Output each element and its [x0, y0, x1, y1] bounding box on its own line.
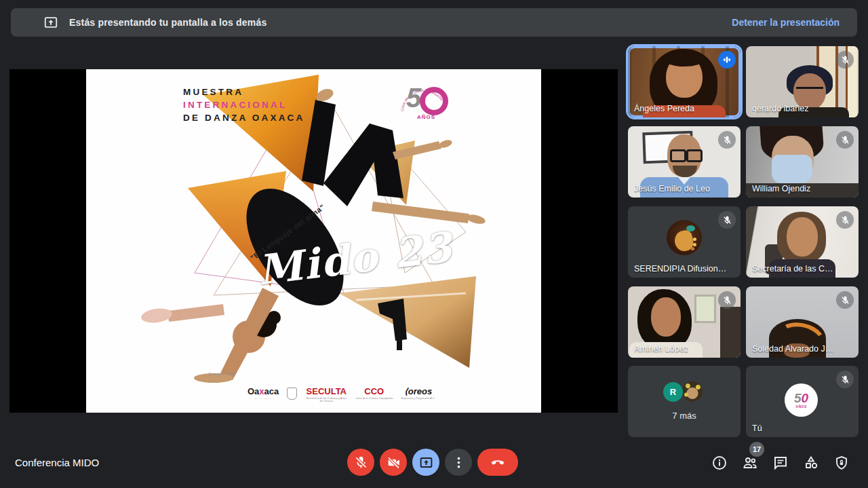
crest-icon — [287, 388, 297, 400]
mic-off-icon — [836, 371, 854, 388]
participant-name: Secretaría de las C… — [752, 264, 833, 274]
mic-toggle-button[interactable] — [347, 449, 374, 476]
avatar: R — [663, 382, 683, 402]
overflow-tile-7-mas[interactable]: R 7 más — [628, 366, 741, 437]
participant-name: Jesús Emilio de Leo — [634, 184, 710, 193]
slide-footer-logos: Oaxaca — · — · — · — SECULTA Secretaría … — [248, 387, 435, 402]
participant-name: Ángeles Pereda — [634, 104, 694, 113]
video-tile-angeles-pereda[interactable]: Ángeles Pereda — [628, 46, 741, 117]
camera-toggle-button[interactable] — [380, 449, 407, 476]
video-tile-william-ojendiz[interactable]: William Ojendiz — [746, 126, 859, 198]
presentation-feed[interactable]: MUESTRA INTERNACIONAL DE DANZA OAXACA Ca… — [9, 69, 618, 413]
logo-number-5: 5 — [406, 83, 421, 113]
mic-off-icon — [836, 291, 854, 309]
cam-off-icon — [387, 455, 401, 470]
logo-zero-ring — [420, 87, 448, 115]
present-button[interactable] — [412, 449, 439, 476]
activities-icon[interactable] — [803, 455, 819, 471]
audio-level-icon — [718, 51, 736, 69]
presenting-banner: Estás presentando tu pantalla a los demá… — [11, 8, 857, 37]
video-tile-serendipia[interactable]: SERENDIPIA Difusion… — [628, 206, 741, 278]
participant-name: Amineh López — [634, 344, 688, 354]
seculta-logo: SECULTA Secretaría de las Culturas y Art… — [305, 387, 347, 402]
video-tile-amineh-lopez[interactable]: Amineh López — [628, 286, 741, 358]
oaxaca-logo: Oaxaca — · — · — · — — [248, 387, 279, 400]
end-call-button[interactable] — [477, 449, 518, 476]
video-tile-secretaria[interactable]: Secretaría de las C… — [746, 206, 859, 278]
stop-presenting-button[interactable]: Detener la presentación — [732, 17, 840, 28]
info-icon[interactable] — [711, 455, 728, 471]
people-icon[interactable] — [742, 455, 758, 471]
mic-off-icon — [718, 291, 736, 309]
host-controls-icon[interactable] — [833, 455, 850, 471]
present-to-all-icon — [419, 455, 433, 470]
mic-off-icon — [836, 51, 854, 69]
koreos-logo: ⟨oreos Expresión y Proyección A.C. — [401, 387, 435, 400]
participant-count-badge: 17 — [749, 442, 764, 457]
avatar — [682, 381, 703, 402]
more-options-button[interactable] — [445, 449, 472, 476]
slide-title-line3: DE DANZA OAXACA — [183, 111, 305, 124]
self-avatar-50-logo: 50 AÑOS — [785, 383, 818, 417]
more-options-icon — [452, 455, 466, 470]
presenting-message: Estás presentando tu pantalla a los demá… — [69, 17, 267, 28]
cco-logo: CCO Casa de la Cultura Oaxaqueña — [355, 387, 393, 400]
slide-date: Octubre 2021 — [208, 372, 236, 376]
participant-name: gerardo ibañez — [752, 104, 808, 113]
anniversary-50-logo: Casa de la Cultura Oaxaqueña 5 AÑOS — [397, 81, 450, 132]
slide-title-line2: INTERNACIONAL — [183, 98, 305, 111]
video-tile-gerardo-ibanez[interactable]: gerardo ibañez — [746, 46, 859, 117]
participant-name: Soledad Alvarado J… — [752, 344, 833, 354]
mic-off-icon — [718, 211, 736, 229]
self-label: Tú — [752, 424, 762, 433]
end-call-icon — [490, 454, 506, 470]
chat-icon[interactable] — [772, 455, 789, 471]
meeting-name: Conferencia MIDO — [15, 457, 99, 468]
present-to-all-icon — [43, 15, 58, 30]
participant-name: SERENDIPIA Difusion… — [634, 264, 726, 274]
overflow-count-label: 7 más — [628, 411, 741, 421]
video-tile-soledad-alvarado[interactable]: Soledad Alvarado J… — [746, 286, 859, 358]
slide-title-line1: MUESTRA — [183, 86, 305, 98]
self-video-tile[interactable]: 50 AÑOS Tú — [746, 366, 859, 437]
mic-off-icon — [836, 131, 854, 149]
participant-name: William Ojendiz — [752, 184, 810, 193]
slide-title: MUESTRA INTERNACIONAL DE DANZA OAXACA — [183, 86, 305, 124]
video-tile-jesus-emilio[interactable]: Jesús Emilio de Leo — [628, 126, 741, 198]
mic-off-icon — [836, 211, 854, 229]
logo-years: AÑOS — [417, 114, 435, 120]
mic-off-icon — [354, 455, 368, 470]
mic-off-icon — [718, 131, 736, 149]
slide: MUESTRA INTERNACIONAL DE DANZA OAXACA Ca… — [86, 69, 541, 413]
meet-window: Estás presentando tu pantalla a los demá… — [0, 0, 868, 488]
